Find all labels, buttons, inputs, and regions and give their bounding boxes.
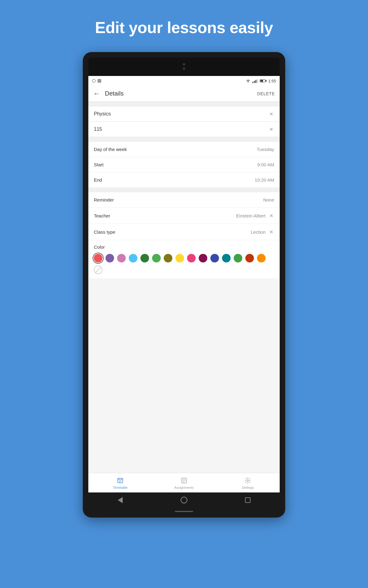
status-icon-2 — [98, 79, 101, 83]
status-bar: 1:55 — [88, 76, 280, 86]
subject-row[interactable]: Physics ✕ — [88, 107, 280, 122]
color-swatch-10[interactable] — [210, 254, 219, 262]
color-swatch-7[interactable] — [175, 254, 184, 262]
assignments-nav-label: Assignments — [174, 486, 194, 489]
class-type-clear-icon[interactable]: ✕ — [268, 229, 274, 235]
reminder-value: None — [263, 197, 274, 202]
color-swatch-12[interactable] — [234, 254, 242, 262]
camera-dot-bottom — [183, 67, 185, 70]
page-headline: Edit your lessons easily — [95, 18, 273, 37]
back-button[interactable]: ← — [93, 90, 100, 98]
home-nav-btn[interactable] — [180, 496, 188, 504]
color-swatches — [94, 254, 274, 274]
app-header: ← Details DELETE — [88, 86, 280, 102]
status-right-icons: 1:55 — [246, 79, 276, 83]
start-value: 9:00 AM — [257, 162, 274, 167]
color-swatch-6[interactable] — [164, 254, 172, 262]
room-row[interactable]: 115 ✕ — [88, 122, 280, 137]
teacher-clear-icon[interactable]: ✕ — [268, 213, 274, 219]
day-label: Day of the week — [94, 147, 127, 152]
color-swatch-8[interactable] — [187, 254, 196, 262]
nav-settings[interactable]: Settings — [216, 477, 280, 489]
color-swatch-9[interactable] — [199, 254, 207, 262]
subject-room-section: Physics ✕ 115 ✕ — [88, 107, 280, 137]
class-type-row[interactable]: Class type Lection ✕ — [88, 224, 280, 240]
bottom-navigation: Timetable Assignments — [88, 473, 280, 492]
color-swatch-14[interactable] — [257, 254, 266, 262]
status-icon-1 — [92, 79, 96, 83]
status-left-icons — [92, 79, 101, 83]
subject-clear-icon[interactable]: ✕ — [268, 111, 274, 117]
signal-icon — [252, 79, 258, 83]
color-none-swatch[interactable] — [94, 266, 102, 274]
color-swatch-4[interactable] — [140, 254, 149, 262]
section-gap-1 — [88, 102, 280, 107]
subject-value: Physics — [94, 111, 111, 117]
reminder-label: Reminder — [94, 197, 114, 202]
assignments-icon — [180, 477, 188, 484]
color-label: Color — [94, 244, 274, 250]
status-time: 1:55 — [268, 79, 276, 83]
start-row[interactable]: Start 9:00 AM — [88, 157, 280, 172]
reminder-row[interactable]: Reminder None — [88, 192, 280, 208]
color-swatch-11[interactable] — [222, 254, 231, 262]
color-section: Color — [88, 240, 280, 278]
settings-nav-label: Settings — [242, 486, 254, 489]
color-swatch-0[interactable] — [94, 254, 102, 262]
delete-button[interactable]: DELETE — [257, 91, 275, 96]
android-nav-bar — [88, 492, 280, 508]
color-swatch-3[interactable] — [129, 254, 137, 262]
color-swatch-13[interactable] — [245, 254, 254, 262]
battery-icon — [260, 79, 266, 82]
section-gap-3 — [88, 187, 280, 192]
end-value: 10:20 AM — [255, 177, 274, 183]
settings-icon — [244, 477, 252, 484]
timetable-icon — [116, 477, 124, 484]
section-gap-2 — [88, 137, 280, 142]
teacher-label: Teacher — [94, 213, 110, 218]
day-value: Tuesday — [257, 147, 274, 152]
color-swatch-1[interactable] — [105, 254, 114, 262]
recents-nav-btn[interactable] — [243, 496, 252, 504]
end-label: End — [94, 177, 102, 183]
room-clear-icon[interactable]: ✕ — [268, 126, 274, 132]
svg-point-10 — [247, 480, 249, 481]
back-nav-btn[interactable] — [116, 496, 125, 504]
header-title: Details — [105, 90, 257, 97]
schedule-section: Day of the week Tuesday Start 9:00 AM En… — [88, 142, 280, 187]
nav-timetable[interactable]: Timetable — [88, 477, 152, 489]
room-value: 115 — [94, 126, 102, 132]
tablet-screen: 1:55 ← Details DELETE Physics ✕ 115 ✕ — [88, 76, 280, 492]
camera-dot-top — [183, 63, 185, 66]
timetable-nav-label: Timetable — [113, 486, 128, 489]
class-type-label: Class type — [94, 229, 115, 235]
day-row[interactable]: Day of the week Tuesday — [88, 142, 280, 157]
tablet-top-bar — [88, 58, 280, 76]
home-indicator — [175, 511, 193, 512]
start-label: Start — [94, 162, 104, 167]
content-area: Physics ✕ 115 ✕ Day of the week Tuesday … — [88, 102, 280, 473]
nav-assignments[interactable]: Assignments — [152, 477, 216, 489]
tablet-frame: 1:55 ← Details DELETE Physics ✕ 115 ✕ — [83, 52, 285, 518]
class-type-value: Lection ✕ — [251, 229, 274, 235]
teacher-value: Einstein Albert ✕ — [236, 213, 274, 219]
extras-section: Reminder None Teacher Einstein Albert ✕ … — [88, 192, 280, 278]
end-row[interactable]: End 10:20 AM — [88, 172, 280, 187]
teacher-row[interactable]: Teacher Einstein Albert ✕ — [88, 208, 280, 224]
color-swatch-5[interactable] — [152, 254, 161, 262]
color-swatch-2[interactable] — [117, 254, 126, 262]
wifi-icon — [246, 79, 251, 83]
bottom-spacer — [88, 278, 280, 303]
